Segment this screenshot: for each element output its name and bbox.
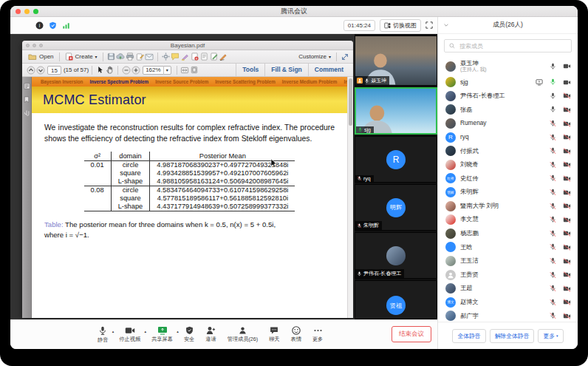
- fit-width-icon[interactable]: [180, 65, 190, 75]
- share-options-caret[interactable]: ▴: [177, 329, 179, 333]
- open-button[interactable]: Open: [26, 52, 56, 61]
- participant-row[interactable]: 王晗: [438, 240, 578, 254]
- manage-members-button[interactable]: 管理成员(26): [228, 326, 259, 343]
- mic-status-icon[interactable]: [550, 106, 556, 113]
- breadcrumb-item[interactable]: Bayesian Inversion: [41, 79, 83, 84]
- security-button[interactable]: 安全: [184, 326, 194, 343]
- participant-row[interactable]: 聂玉坤 (主持人, 我): [438, 57, 578, 75]
- mic-status-icon[interactable]: [550, 134, 556, 141]
- camera-status-icon[interactable]: [563, 106, 571, 113]
- comment-bubble-icon[interactable]: [171, 52, 180, 61]
- mic-status-icon[interactable]: [550, 147, 556, 155]
- emoji-button[interactable]: 表情: [291, 326, 301, 343]
- mic-status-icon[interactable]: [550, 92, 556, 100]
- highlight-icon[interactable]: [180, 52, 190, 61]
- breadcrumb-item[interactable]: Inverse Scattering Problem: [215, 79, 276, 84]
- participant-row[interactable]: 暨南大学 刘明: [438, 199, 578, 213]
- video-tile[interactable]: R ryq: [355, 136, 437, 183]
- participant-row[interactable]: 明辉 朱明辉: [438, 186, 578, 200]
- participant-row[interactable]: 郝广宇: [438, 309, 578, 322]
- mic-status-icon[interactable]: [550, 189, 556, 196]
- camera-status-icon[interactable]: [563, 92, 571, 99]
- participant-row[interactable]: 张磊: [438, 103, 578, 117]
- participant-search[interactable]: [444, 39, 572, 52]
- camera-status-icon[interactable]: [563, 175, 571, 182]
- participant-row[interactable]: 李文慧: [438, 213, 578, 227]
- mic-options-caret[interactable]: ▴: [112, 329, 114, 333]
- mic-status-icon[interactable]: [550, 257, 556, 265]
- participant-row[interactable]: 刘晓奇: [438, 158, 578, 172]
- mute-all-button[interactable]: 全体静音: [452, 329, 485, 343]
- search-input[interactable]: [458, 42, 567, 50]
- participant-row[interactable]: 王玉洁: [438, 254, 578, 268]
- participant-row[interactable]: 付振武: [438, 144, 578, 158]
- attach-file-icon[interactable]: [199, 52, 209, 61]
- camera-status-icon[interactable]: [563, 161, 571, 168]
- camera-status-icon[interactable]: [563, 244, 571, 251]
- breadcrumb-item[interactable]: Inverse Spectrum Problem: [89, 79, 148, 84]
- video-tile[interactable]: 聂玉坤: [355, 35, 437, 86]
- camera-status-icon[interactable]: [563, 79, 571, 86]
- gear-icon[interactable]: [161, 52, 171, 61]
- comment-tab[interactable]: Comment: [308, 64, 349, 76]
- scrollbar-thumb[interactable]: [349, 78, 352, 126]
- tools-tab[interactable]: Tools: [236, 64, 264, 76]
- email-icon[interactable]: [145, 52, 154, 61]
- participant-row[interactable]: 王超: [438, 282, 578, 296]
- previous-page-icon[interactable]: [26, 65, 35, 75]
- expand-panes-icon[interactable]: [340, 52, 349, 61]
- pdf-scrollbar[interactable]: [347, 77, 353, 318]
- fill-sign-tab[interactable]: Fill & Sign: [264, 64, 308, 76]
- mic-status-icon[interactable]: [550, 312, 556, 319]
- camera-status-icon[interactable]: [563, 63, 571, 70]
- participant-row[interactable]: 尹伟石-长春理工: [438, 89, 578, 104]
- switch-view-button[interactable]: 切换视图: [380, 19, 421, 32]
- send-doc-icon[interactable]: [209, 52, 219, 61]
- share-screen-button[interactable]: 共享屏幕 ▴: [151, 326, 173, 343]
- camera-status-icon[interactable]: [563, 217, 571, 223]
- zoom-out-icon[interactable]: [121, 65, 131, 75]
- unmute-all-button[interactable]: 解除全体静音: [490, 329, 535, 343]
- fullscreen-icon[interactable]: [425, 21, 433, 29]
- page-thumbnails-icon[interactable]: [24, 83, 30, 89]
- mic-status-icon[interactable]: [550, 78, 556, 86]
- video-tile[interactable]: 尹伟石-长春理工: [355, 232, 437, 279]
- select-tool-icon[interactable]: [95, 65, 105, 75]
- zoom-in-icon[interactable]: [131, 65, 140, 75]
- mute-button[interactable]: 静音 ▴: [98, 326, 108, 344]
- mic-status-icon[interactable]: [550, 285, 556, 292]
- create-button[interactable]: Create▾: [63, 52, 100, 61]
- zoom-level-select[interactable]: 162%▾: [143, 66, 171, 75]
- mic-status-icon[interactable]: [550, 230, 556, 237]
- camera-status-icon[interactable]: [563, 299, 571, 305]
- mic-status-icon[interactable]: [550, 203, 556, 210]
- save-icon[interactable]: [106, 52, 116, 61]
- chat-button[interactable]: 聊天: [269, 326, 279, 343]
- more-options-button[interactable]: 更多▾: [538, 329, 563, 343]
- bookmarks-icon[interactable]: [24, 96, 30, 103]
- next-page-icon[interactable]: [35, 65, 45, 75]
- camera-status-icon[interactable]: [563, 313, 571, 319]
- stop-video-button[interactable]: 停止视频 ▴: [119, 326, 140, 343]
- customize-button[interactable]: Customize▾: [296, 52, 333, 61]
- mic-status-icon[interactable]: [550, 161, 556, 169]
- fit-page-icon[interactable]: [190, 65, 199, 75]
- camera-status-icon[interactable]: [563, 121, 571, 127]
- camera-status-icon[interactable]: [563, 230, 571, 237]
- participant-row[interactable]: 王贵贤: [438, 268, 578, 282]
- print-icon[interactable]: [126, 52, 135, 61]
- camera-status-icon[interactable]: [563, 148, 571, 155]
- network-signal-icon[interactable]: [62, 21, 70, 30]
- camera-status-icon[interactable]: [563, 203, 571, 209]
- end-meeting-button[interactable]: 结束会议: [392, 326, 431, 342]
- mic-status-icon[interactable]: [550, 174, 556, 182]
- attachments-icon[interactable]: [24, 109, 30, 117]
- invite-button[interactable]: 邀请: [205, 326, 216, 343]
- security-shield-icon[interactable]: [49, 21, 57, 30]
- edit-icon[interactable]: [135, 52, 145, 61]
- participant-row[interactable]: Rumenay: [438, 117, 578, 131]
- video-tile-active-speaker[interactable]: sjg: [355, 87, 437, 135]
- more-button[interactable]: 更多: [312, 326, 323, 343]
- participant-row[interactable]: R ryq: [438, 130, 578, 144]
- video-options-caret[interactable]: ▴: [145, 329, 147, 333]
